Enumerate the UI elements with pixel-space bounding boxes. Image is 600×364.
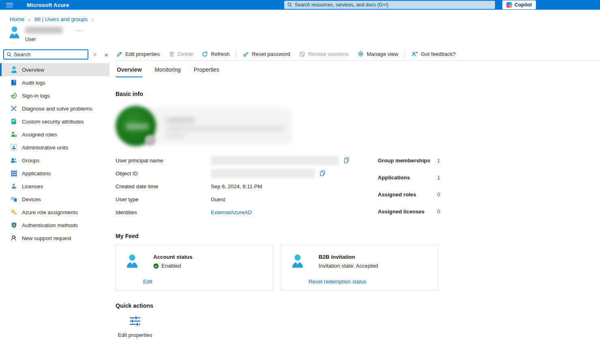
- sidebar-item-audit-logs[interactable]: Audit logs: [0, 76, 109, 89]
- account-status-card: Account status Enabled Edit: [116, 245, 273, 291]
- trash-icon: [169, 51, 175, 57]
- tab-bar: Overview Monitoring Properties: [116, 66, 600, 77]
- person-icon: [291, 254, 304, 270]
- basic-info-grid: User principal name Object ID Created da…: [116, 154, 600, 222]
- sidebar-item-administrative-units[interactable]: Administrative units: [0, 141, 109, 154]
- group-memberships-count-link[interactable]: 1: [437, 158, 440, 164]
- global-search[interactable]: [284, 1, 495, 9]
- support-person-icon: [10, 234, 17, 242]
- sidebar-item-overview[interactable]: Overview: [0, 63, 109, 76]
- search-icon: [6, 52, 12, 57]
- more-menu-icon[interactable]: ···: [76, 27, 83, 33]
- key-icon: [243, 51, 249, 57]
- sidebar-item-new-support-request[interactable]: New support request: [0, 232, 109, 245]
- sidebar: ✕ « Overview Audit logs Sign-in logs Dia…: [0, 47, 109, 356]
- field-created-date-time: Created date time Sep 6, 2024, 6:11 PM: [116, 180, 378, 193]
- admin-unit-icon: [10, 144, 17, 151]
- hamburger-menu-icon[interactable]: [0, 0, 19, 10]
- applications-count-link[interactable]: 1: [437, 175, 440, 181]
- sidebar-item-diagnose[interactable]: Diagnose and solve problems: [0, 102, 109, 115]
- quick-action-edit-properties[interactable]: Edit properties: [116, 315, 154, 338]
- stat-assigned-roles: Assigned roles 0: [378, 188, 467, 201]
- breadcrumb-users-and-groups[interactable]: lilil | Users and groups: [34, 16, 88, 22]
- person-icon: [10, 66, 17, 73]
- reset-password-button[interactable]: Reset password: [238, 51, 295, 57]
- assigned-roles-count-link[interactable]: 0: [437, 192, 440, 198]
- stat-assigned-licenses: Assigned licenses 0: [378, 205, 467, 218]
- assigned-licenses-count-link[interactable]: 0: [437, 209, 440, 215]
- field-user-principal-name: User principal name: [116, 154, 378, 167]
- sidebar-item-applications[interactable]: Applications: [0, 167, 109, 180]
- sign-in-icon: [10, 92, 17, 99]
- copy-icon[interactable]: [343, 157, 349, 164]
- breadcrumb: Home › lilil | Users and groups ›: [0, 10, 600, 22]
- sidebar-item-devices[interactable]: Devices: [0, 193, 109, 206]
- refresh-icon: [202, 51, 208, 57]
- sidebar-item-sign-in-logs[interactable]: Sign-in logs: [0, 89, 109, 102]
- collapse-sidebar-icon[interactable]: «: [105, 51, 108, 58]
- sidebar-item-authentication-methods[interactable]: Authentication methods: [0, 219, 109, 232]
- manage-view-button[interactable]: Manage view: [353, 51, 403, 57]
- person-gear-icon: [10, 131, 17, 138]
- devices-icon: [10, 196, 17, 203]
- profile-redacted-block: [116, 106, 600, 149]
- refresh-button[interactable]: Refresh: [197, 51, 234, 57]
- tab-overview[interactable]: Overview: [116, 66, 142, 77]
- global-search-input[interactable]: [295, 2, 492, 8]
- sliders-icon: [129, 315, 141, 327]
- clear-search-icon[interactable]: ✕: [93, 52, 97, 57]
- chevron-right-icon: ›: [26, 17, 33, 22]
- identities-link[interactable]: ExternalAzureAD: [211, 209, 252, 215]
- tab-monitoring[interactable]: Monitoring: [154, 66, 181, 77]
- got-feedback-button[interactable]: Got feedback?: [407, 51, 460, 57]
- page-subtitle: User: [25, 36, 83, 42]
- delete-button[interactable]: Delete: [164, 51, 197, 57]
- sidebar-item-licenses[interactable]: Licenses: [0, 180, 109, 193]
- gear-icon: [358, 51, 364, 57]
- revoke-sessions-button[interactable]: Revoke sessions: [295, 51, 353, 57]
- basic-info-heading: Basic info: [116, 91, 600, 97]
- quick-actions-heading: Quick actions: [116, 302, 600, 309]
- sidebar-item-assigned-roles[interactable]: Assigned roles: [0, 128, 109, 141]
- reset-redemption-status-link[interactable]: Reset redemption status: [309, 279, 366, 285]
- check-circle-icon: [153, 263, 159, 269]
- copilot-button[interactable]: Copilot: [502, 0, 536, 9]
- toolbar-divider: [236, 51, 236, 57]
- user-avatar-icon: [9, 26, 20, 39]
- feedback-icon: [411, 51, 418, 57]
- people-icon: [10, 157, 17, 164]
- page-header: ··· User: [9, 26, 600, 42]
- key-icon: [10, 209, 17, 216]
- chevron-right-icon: ›: [89, 17, 96, 22]
- tab-properties[interactable]: Properties: [193, 66, 220, 77]
- sidebar-search-box[interactable]: [3, 49, 88, 60]
- redacted-user-name: [25, 27, 62, 34]
- stat-group-memberships: Group memberships 1: [378, 154, 467, 167]
- attributes-document-icon: [10, 118, 17, 125]
- copilot-icon: [506, 2, 512, 8]
- grid-icon: [10, 170, 17, 177]
- stat-applications: Applications 1: [378, 171, 467, 184]
- copy-icon[interactable]: [319, 170, 326, 177]
- field-user-type: User type Guest: [116, 193, 378, 206]
- redacted-value: [211, 169, 315, 178]
- sidebar-item-azure-role-assignments[interactable]: Azure role assignments: [0, 206, 109, 219]
- redacted-value: [211, 156, 339, 165]
- breadcrumb-home[interactable]: Home: [10, 16, 24, 22]
- content-pane: Edit properties Delete Refresh Reset pas…: [109, 47, 600, 356]
- edit-link[interactable]: Edit: [143, 279, 152, 285]
- audit-log-icon: [10, 79, 17, 86]
- pencil-icon: [116, 51, 122, 57]
- presence-badge: [145, 135, 156, 146]
- azure-brand[interactable]: Microsoft Azure: [27, 2, 69, 8]
- sidebar-item-custom-security-attributes[interactable]: Custom security attributes: [0, 115, 109, 128]
- toolbar-divider: [405, 51, 405, 57]
- tools-icon: [10, 105, 17, 112]
- sidebar-item-groups[interactable]: Groups: [0, 154, 109, 167]
- my-feed-heading: My Feed: [116, 233, 600, 239]
- field-identities: Identities ExternalAzureAD: [116, 206, 378, 219]
- top-nav-bar: Microsoft Azure Copilot: [0, 0, 600, 10]
- edit-properties-button[interactable]: Edit properties: [116, 51, 164, 57]
- b2b-invitation-card: B2B invitation Invitation state: Accepte…: [281, 245, 438, 291]
- sidebar-search-input[interactable]: [14, 51, 85, 57]
